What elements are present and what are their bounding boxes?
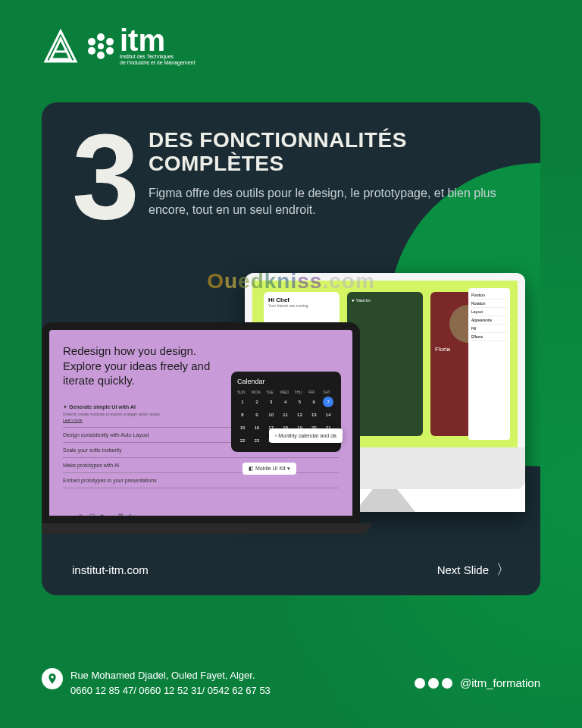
svg-point-3 [97, 52, 105, 59]
next-label: Next Slide [437, 563, 489, 576]
imac-properties-panel: Position Rotation Layout Appearance Fill… [468, 288, 510, 440]
logo-a-icon [42, 27, 80, 65]
contact-text: Rue Mohamed Djadel, Ouled Fayet, Alger. … [70, 668, 271, 698]
day-h: SAT [323, 390, 335, 394]
hero-title-1: DES FONCTIONNALITÉS [149, 129, 510, 152]
feature-h-0: Generate simple UI with AI [69, 404, 136, 410]
feature-item: Make prototypes with AI [63, 458, 339, 473]
day-h: THU [294, 390, 306, 394]
prop-row: Effects [471, 333, 507, 341]
svg-point-4 [88, 47, 95, 55]
hero-text: DES FONCTIONNALITÉS COMPLÈTES Figma offr… [149, 125, 510, 228]
calendar-day-headers: SUN MON TUE WED THU FRI SAT [237, 390, 335, 394]
brand-subtitle-1: Institut des Techniques [120, 54, 195, 60]
social-block: @itm_formation [415, 676, 540, 689]
logo-text: itm Institut des Techniques de l'industr… [120, 27, 195, 67]
brand-name: itm [120, 27, 195, 54]
prop-row: Fill [471, 325, 507, 333]
svg-point-2 [106, 47, 114, 55]
laptop-mockup: Redesign how you design. Explore your id… [42, 322, 360, 534]
main-card: 3 DES FONCTIONNALITÉS COMPLÈTES Figma of… [42, 102, 540, 595]
imac-card-title-1: Yasmin [355, 298, 371, 303]
social-handle[interactable]: @itm_formation [460, 676, 540, 689]
hero-title-2: COMPLÈTES [149, 152, 510, 176]
watermark: Ouedkniss.com [207, 269, 375, 293]
hero-description: Figma offre des outils pour le design, l… [149, 185, 510, 219]
mobile-ui-kit-chip: ◧ Mobile UI Kit ▾ [242, 463, 296, 475]
card-footer: institut-itm.com Next Slide 〉 [72, 560, 510, 579]
popup-text: Monthly calendar and da [278, 433, 336, 438]
laptop-title-1: Redesign how you design. [63, 344, 339, 359]
day-h: TUE [266, 390, 278, 394]
laptop-screen: Redesign how you design. Explore your id… [42, 322, 360, 523]
hero-number: 3 [72, 125, 133, 228]
calendar-title: Calendar [237, 378, 335, 385]
page-footer: Rue Mohamed Djadel, Ouled Fayet, Alger. … [42, 668, 540, 698]
prop-row: Position [471, 291, 507, 300]
prop-row: Appearance [471, 316, 507, 325]
phones: 0660 12 85 47/ 0660 12 52 31/ 0542 62 67… [70, 683, 271, 698]
imac-card-sub-0: Your friends are coming [268, 303, 335, 308]
svg-point-0 [97, 33, 105, 41]
kit-text: Mobile UI Kit [255, 466, 286, 471]
day-h: WED [280, 390, 293, 394]
website-link[interactable]: institut-itm.com [72, 563, 149, 576]
location-pin-icon [42, 668, 63, 689]
calendar-popup: ‹ Monthly calendar and da [269, 428, 343, 443]
social-dots-icon [415, 678, 452, 689]
day-h: MON [252, 390, 264, 394]
hero-section: 3 DES FONCTIONNALITÉS COMPLÈTES Figma of… [42, 102, 540, 228]
imac-stand [355, 489, 415, 512]
logo-flower-icon [86, 31, 116, 61]
calendar-widget: Calendar SUN MON TUE WED THU FRI SAT 123… [231, 372, 341, 452]
address: Rue Mohamed Djadel, Ouled Fayet, Alger. [70, 668, 271, 683]
laptop-base [42, 523, 371, 534]
contact-block: Rue Mohamed Djadel, Ouled Fayet, Alger. … [42, 668, 271, 698]
device-mockups: Hi Chef Your friends are coming ● Yasmin… [42, 273, 540, 561]
toolbar-icons: ▷ ▢ # ─ ⊞ ◊ [80, 513, 131, 519]
prop-row: Rotation [471, 300, 507, 308]
svg-point-5 [88, 38, 95, 46]
svg-point-6 [98, 43, 104, 49]
next-slide-button[interactable]: Next Slide 〉 [437, 560, 510, 579]
feature-item: Embed prototypes in your presentations [63, 473, 339, 488]
brand-subtitle-2: de l'industrie et de Management [120, 60, 195, 66]
svg-point-1 [106, 38, 114, 46]
day-h: SUN [237, 390, 249, 394]
day-h: FRI [308, 390, 321, 394]
imac-card-title-0: Hi Chef [268, 297, 289, 303]
header: itm Institut des Techniques de l'industr… [0, 0, 582, 93]
prop-row: Layout [471, 308, 507, 316]
chevron-right-icon: 〉 [496, 560, 510, 579]
